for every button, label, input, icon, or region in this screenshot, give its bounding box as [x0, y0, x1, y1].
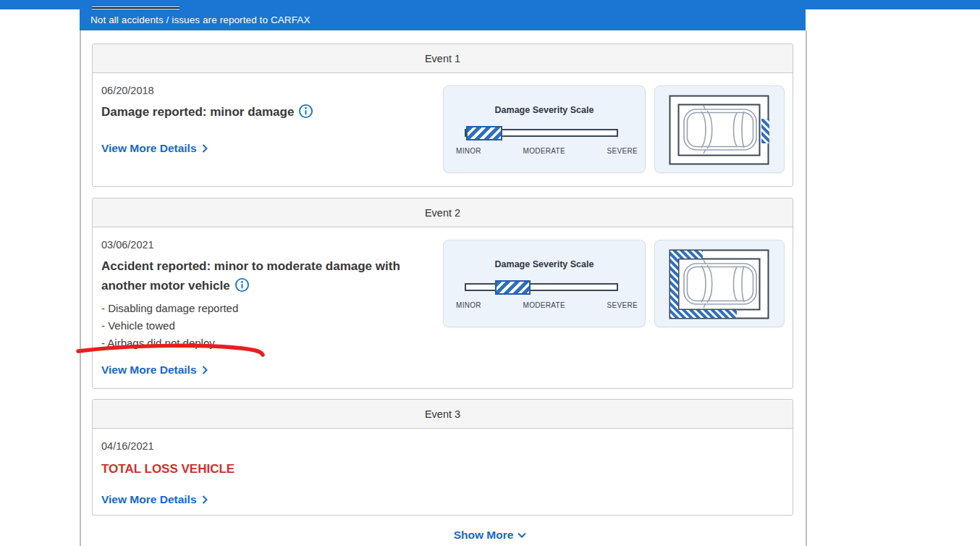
- event-card-3: Event 3 04/16/2021 TOTAL LOSS VEHICLE Vi…: [92, 399, 793, 516]
- event-1-body: 06/20/2018 Damage reported: minor damage…: [93, 73, 793, 155]
- damage-location-diagram-2: [654, 240, 785, 327]
- tab-underline-indicator: [92, 7, 179, 9]
- total-loss-title: TOTAL LOSS VEHICLE: [101, 459, 427, 479]
- event-1-title: Damage reported: minor damage: [101, 102, 427, 125]
- red-marker-underline: [75, 342, 277, 361]
- event-2-header: Event 2: [93, 198, 793, 227]
- damage-hatch-zone: [670, 251, 678, 318]
- disclaimer-text: Not all accidents / issues are reported …: [90, 14, 311, 25]
- chevron-down-icon: [518, 532, 526, 538]
- view-more-details-link-1[interactable]: View More Details: [101, 142, 208, 155]
- chevron-right-icon: [202, 366, 208, 374]
- chevron-right-icon: [202, 144, 208, 153]
- severity-bar: [465, 129, 618, 137]
- severity-scale-title: Damage Severity Scale: [444, 259, 645, 269]
- event-3-header: Event 3: [93, 400, 793, 429]
- severity-indicator-minor: [466, 126, 502, 140]
- damage-severity-scale-2: Damage Severity Scale MINOR MODERATE SEV…: [443, 240, 646, 327]
- event-1-header-label: Event 1: [425, 53, 460, 64]
- event-3-header-label: Event 3: [425, 408, 460, 420]
- event-2-header-label: Event 2: [425, 207, 460, 219]
- show-more-button[interactable]: Show More: [454, 529, 527, 542]
- severity-label-severe: SEVERE: [607, 301, 638, 309]
- severity-scale-title: Damage Severity Scale: [444, 105, 645, 115]
- damage-hatch-zone: [670, 310, 737, 318]
- event-2-title: Accident reported: minor to moderate dam…: [101, 256, 427, 298]
- damage-hatch-zone: [670, 251, 703, 259]
- content-right-border: [806, 30, 807, 546]
- severity-indicator-moderate: [495, 280, 531, 295]
- event-1-header: Event 1: [93, 44, 793, 73]
- car-top-view-diagram: [655, 86, 784, 172]
- severity-label-moderate: MODERATE: [523, 301, 565, 309]
- severity-label-minor: MINOR: [456, 147, 481, 155]
- event-3-body: 04/16/2021 TOTAL LOSS VEHICLE View More …: [93, 429, 793, 506]
- damage-severity-scale-1: Damage Severity Scale MINOR MODERATE SEV…: [443, 85, 646, 173]
- severity-bar: [465, 283, 618, 291]
- event-card-1: Event 1 06/20/2018 Damage reported: mino…: [92, 43, 793, 187]
- chevron-right-icon: [202, 495, 208, 504]
- view-more-details-link-3[interactable]: View More Details: [101, 493, 208, 506]
- severity-label-minor: MINOR: [456, 301, 481, 309]
- event-3-date: 04/16/2021: [101, 440, 784, 452]
- damage-location-diagram-1: [654, 85, 785, 173]
- info-icon[interactable]: [298, 104, 313, 125]
- car-top-view-diagram: [655, 240, 784, 327]
- severity-label-severe: SEVERE: [607, 147, 638, 155]
- view-more-details-link-2[interactable]: View More Details: [101, 364, 208, 377]
- disclaimer-banner: Not all accidents / issues are reported …: [80, 9, 806, 30]
- info-icon[interactable]: [235, 277, 250, 298]
- content-left-border: [80, 30, 81, 546]
- damage-hatch-zone: [761, 119, 769, 143]
- severity-label-moderate: MODERATE: [523, 147, 565, 155]
- carfax-report-page: Not all accidents / issues are reported …: [0, 0, 980, 546]
